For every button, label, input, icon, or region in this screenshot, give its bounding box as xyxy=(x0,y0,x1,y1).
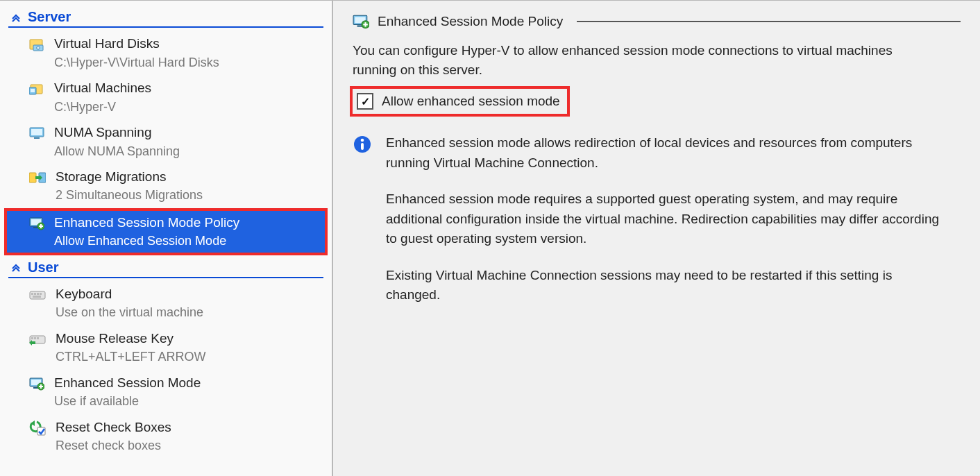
info-paragraph-2: Enhanced session mode requires a support… xyxy=(386,189,949,249)
svg-rect-8 xyxy=(34,137,40,139)
svg-rect-22 xyxy=(40,293,42,295)
monitor-plus-icon xyxy=(29,216,44,231)
svg-rect-18 xyxy=(30,291,45,299)
section-header-server[interactable]: Server xyxy=(8,6,323,28)
sidebar-item-virtual-machines[interactable]: Virtual Machines C:\Hyper-V xyxy=(6,75,326,119)
info-block: Enhanced session mode allows redirection… xyxy=(353,133,949,322)
reset-check-icon xyxy=(29,420,46,436)
sidebar-item-virtual-hard-disks[interactable]: Virtual Hard Disks C:\Hyper-V\Virtual Ha… xyxy=(6,31,326,75)
settings-detail-pane: Enhanced Session Mode Policy You can con… xyxy=(333,1,980,476)
sidebar-item-mouse-release-key[interactable]: Mouse Release Key CTRL+ALT+LEFT ARROW xyxy=(6,325,326,370)
keyboard-icon xyxy=(29,287,46,303)
detail-intro-text: You can configure Hyper-V to allow enhan… xyxy=(353,41,922,79)
info-icon xyxy=(353,135,372,154)
svg-rect-27 xyxy=(37,337,39,339)
sidebar-item-label: Virtual Hard Disks xyxy=(54,35,219,53)
sidebar-item-sublabel: Allow Enhanced Session Mode xyxy=(54,232,239,249)
svg-rect-34 xyxy=(39,386,43,387)
svg-rect-9 xyxy=(29,173,36,182)
sidebar-item-reset-check-boxes[interactable]: Reset Check Boxes Reset check boxes xyxy=(6,414,326,459)
sidebar-item-sublabel: CTRL+ALT+LEFT ARROW xyxy=(56,348,205,365)
chevron-up-icon xyxy=(11,262,21,272)
checkbox-box: ✓ xyxy=(357,93,373,110)
monitor-icon xyxy=(29,126,44,141)
info-paragraph-1: Enhanced session mode allows redirection… xyxy=(386,133,949,173)
svg-point-2 xyxy=(37,46,40,50)
sidebar-item-sublabel: Use on the virtual machine xyxy=(56,304,203,321)
sidebar-item-label: Enhanced Session Mode xyxy=(54,374,201,392)
sidebar-item-sublabel: Reset check boxes xyxy=(56,437,171,454)
sidebar-item-storage-migrations[interactable]: Storage Migrations 2 Simultaneous Migrat… xyxy=(6,164,326,208)
folder-disk-icon xyxy=(29,37,44,52)
svg-rect-5 xyxy=(31,89,35,92)
info-texts: Enhanced session mode allows redirection… xyxy=(386,133,949,322)
section-header-user[interactable]: User xyxy=(8,257,323,278)
folder-vm-icon xyxy=(29,81,44,96)
svg-rect-45 xyxy=(361,143,364,150)
svg-point-44 xyxy=(361,139,364,142)
title-divider xyxy=(577,21,961,22)
detail-title: Enhanced Session Mode Policy xyxy=(378,14,563,29)
svg-rect-19 xyxy=(31,293,33,295)
svg-rect-7 xyxy=(31,129,42,135)
monitor-plus-icon xyxy=(353,13,369,30)
svg-rect-20 xyxy=(34,293,36,295)
svg-rect-21 xyxy=(37,293,39,295)
svg-rect-25 xyxy=(31,337,33,339)
sidebar-item-enhanced-session-mode-policy[interactable]: Enhanced Session Mode Policy Allow Enhan… xyxy=(6,210,326,254)
sidebar-item-label: Mouse Release Key xyxy=(56,330,205,348)
monitor-plus-icon xyxy=(29,376,44,391)
svg-rect-26 xyxy=(34,337,36,339)
sidebar-item-sublabel: Allow NUMA Spanning xyxy=(54,143,180,160)
keyboard-arrow-icon xyxy=(29,332,46,347)
sidebar-item-sublabel: C:\Hyper-V xyxy=(54,99,151,115)
storage-migration-icon xyxy=(29,170,46,185)
svg-rect-42 xyxy=(363,24,368,25)
sidebar-item-sublabel: Use if available xyxy=(54,393,201,409)
checkbox-label: Allow enhanced session mode xyxy=(382,94,560,109)
sidebar-item-enhanced-session-mode[interactable]: Enhanced Session Mode Use if available xyxy=(6,370,326,414)
sidebar-item-label: Virtual Machines xyxy=(54,79,151,97)
sidebar-item-sublabel: C:\Hyper-V\Virtual Hard Disks xyxy=(54,54,219,71)
svg-rect-17 xyxy=(39,226,43,227)
sidebar-item-label: Reset Check Boxes xyxy=(56,418,171,436)
sidebar-item-numa-spanning[interactable]: NUMA Spanning Allow NUMA Spanning xyxy=(6,119,326,164)
hyperv-settings-window: Server Virtual Hard Disks C:\Hyper-V\Vir… xyxy=(0,0,980,476)
allow-enhanced-session-mode-checkbox[interactable]: ✓ Allow enhanced session mode xyxy=(353,89,567,114)
sidebar-item-label: Enhanced Session Mode Policy xyxy=(54,214,239,232)
detail-title-row: Enhanced Session Mode Policy xyxy=(353,13,961,30)
info-paragraph-3: Existing Virtual Machine Connection sess… xyxy=(386,266,949,305)
section-title-server: Server xyxy=(28,9,71,25)
sidebar-item-sublabel: 2 Simultaneous Migrations xyxy=(56,187,203,203)
sidebar-item-label: Storage Migrations xyxy=(56,168,203,186)
settings-nav-pane: Server Virtual Hard Disks C:\Hyper-V\Vir… xyxy=(0,1,333,476)
sidebar-item-label: NUMA Spanning xyxy=(54,124,180,142)
chevron-up-icon xyxy=(11,12,21,22)
section-title-user: User xyxy=(28,260,58,275)
sidebar-item-label: Keyboard xyxy=(56,285,203,303)
sidebar-item-keyboard[interactable]: Keyboard Use on the virtual machine xyxy=(6,281,326,325)
svg-rect-23 xyxy=(33,296,41,298)
